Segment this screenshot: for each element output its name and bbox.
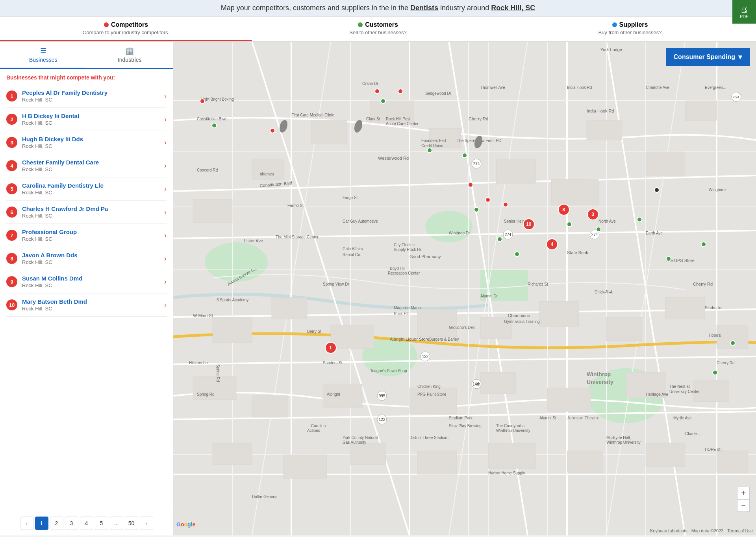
list-item[interactable]: 2 H B Dickey Iii Dental Rock Hill, SC › xyxy=(6,108,167,131)
category-customers[interactable]: Customers Sell to other businesses? xyxy=(252,17,504,41)
svg-text:Winthrop University: Winthrop University xyxy=(496,428,530,433)
map-marker-green[interactable] xyxy=(462,153,467,158)
page-1-button[interactable]: 1 xyxy=(35,517,48,530)
map-marker-green[interactable] xyxy=(427,148,432,153)
svg-rect-56 xyxy=(410,388,457,413)
map-marker-green[interactable] xyxy=(474,207,479,212)
industry-link[interactable]: Dentists xyxy=(410,4,438,12)
zoom-controls: + − xyxy=(737,487,750,512)
map-marker-green[interactable] xyxy=(701,242,706,247)
list-item[interactable]: 9 Susan M Collins Dmd Rock Hill, SC › xyxy=(6,270,167,293)
chevron-right-icon: › xyxy=(164,301,167,309)
location-link[interactable]: Rock Hill, SC xyxy=(491,4,535,12)
svg-text:Rental Co.: Rental Co. xyxy=(343,253,361,257)
svg-text:Winthrop Dr: Winthrop Dr xyxy=(449,231,470,235)
svg-text:Slow Play Brewing: Slow Play Brewing xyxy=(449,424,482,428)
map-marker-green[interactable] xyxy=(380,98,386,104)
map-marker-cluster-3[interactable]: 3 xyxy=(587,209,599,220)
map-marker-red[interactable] xyxy=(468,182,473,188)
chevron-right-icon: › xyxy=(164,92,167,100)
business-number: 7 xyxy=(6,230,17,241)
svg-text:York County Natural: York County Natural xyxy=(343,436,378,440)
map-marker-green[interactable] xyxy=(730,340,736,346)
list-item[interactable]: 4 Chester Family Dental Care Rock Hill, … xyxy=(6,154,167,177)
svg-text:Recreation Center: Recreation Center xyxy=(388,271,420,275)
list-item[interactable]: 5 Carolina Family Dentistry Llc Rock Hil… xyxy=(6,177,167,201)
svg-text:University: University xyxy=(587,379,613,385)
page-3-button[interactable]: 3 xyxy=(65,517,78,530)
svg-text:Starbucks: Starbucks xyxy=(705,306,722,310)
svg-rect-46 xyxy=(331,325,374,349)
category-suppliers[interactable]: Suppliers Buy from other businesses? xyxy=(504,17,756,41)
next-page-button[interactable]: › xyxy=(140,517,153,530)
list-item[interactable]: 3 Hugh B Dickey Iii Dds Rock Hill, SC › xyxy=(6,131,167,154)
map-marker-green[interactable] xyxy=(567,221,572,227)
zoom-out-button[interactable]: − xyxy=(737,499,750,512)
last-page-button[interactable]: 50 xyxy=(125,517,138,530)
list-item[interactable]: 1 Peeples Al Dr Family Dentistry Rock Hi… xyxy=(6,85,167,108)
tab-industries[interactable]: 🏢 Industries xyxy=(87,42,173,69)
map-marker-red[interactable] xyxy=(270,128,275,133)
svg-rect-61 xyxy=(213,443,252,465)
consumer-spending-button[interactable]: Consumer Spending ▾ xyxy=(666,48,750,66)
business-name: Mary Batson Beth Dmd xyxy=(22,298,161,305)
list-item[interactable]: 8 Javon A Brown Dds Rock Hill, SC › xyxy=(6,247,167,270)
business-info: Chester Family Dental Care Rock Hill, SC xyxy=(22,159,161,172)
category-competitors[interactable]: Competitors Compare to your industry com… xyxy=(0,17,252,41)
map-marker-green[interactable] xyxy=(712,370,718,375)
map-marker-cluster-4[interactable]: 4 xyxy=(546,238,558,250)
svg-text:Car Guy Automotive: Car Guy Automotive xyxy=(343,219,378,223)
terms-link[interactable]: Terms of Use xyxy=(727,528,753,533)
page-4-button[interactable]: 4 xyxy=(80,517,93,530)
svg-text:Orson Dr: Orson Dr xyxy=(362,81,378,86)
map-marker-green[interactable] xyxy=(596,227,601,232)
svg-text:Myrtle Ave: Myrtle Ave xyxy=(673,416,692,420)
map-marker-red[interactable] xyxy=(374,89,380,94)
map-marker-green[interactable] xyxy=(497,236,502,242)
svg-text:Groucho's Deli: Groucho's Deli xyxy=(449,325,474,330)
map-marker-cluster-1[interactable]: 1 xyxy=(325,342,337,354)
map-marker-cluster-10[interactable]: 10 xyxy=(523,218,535,230)
svg-rect-47 xyxy=(417,309,457,337)
map-marker-red[interactable] xyxy=(398,89,403,94)
list-item[interactable]: 6 Charles H Crawford Jr Dmd Pa Rock Hill… xyxy=(6,201,167,224)
svg-text:Burgers & Barley: Burgers & Barley xyxy=(429,337,459,341)
pdf-button[interactable]: 🖨 PDF xyxy=(732,0,756,24)
tab-businesses[interactable]: ☰ Businesses xyxy=(0,42,87,69)
zoom-in-button[interactable]: + xyxy=(737,487,750,499)
page-5-button[interactable]: 5 xyxy=(95,517,108,530)
keyboard-shortcuts-link[interactable]: Keyboard shortcuts xyxy=(650,528,687,533)
map-marker-green[interactable] xyxy=(637,217,642,222)
title-prefix: Map your competitors, customers and supp… xyxy=(221,4,410,12)
tab-businesses-label: Businesses xyxy=(29,57,57,63)
page-2-button[interactable]: 2 xyxy=(50,517,63,530)
svg-text:Richards St: Richards St xyxy=(528,282,548,286)
map-marker-red[interactable] xyxy=(485,197,491,203)
map-marker-green[interactable] xyxy=(666,256,671,262)
business-number: 8 xyxy=(6,253,17,264)
list-item[interactable]: 10 Mary Batson Beth Dmd Rock Hill, SC › xyxy=(6,293,167,317)
tab-bar: ☰ Businesses 🏢 Industries xyxy=(0,42,173,69)
dot-competitors xyxy=(104,22,109,27)
business-name: Charles H Crawford Jr Dmd Pa xyxy=(22,205,161,212)
list-item[interactable]: 7 Professional Group Rock Hill, SC › xyxy=(6,224,167,247)
main-layout: ☰ Businesses 🏢 Industries Businesses tha… xyxy=(0,42,756,535)
svg-text:Stadium Park: Stadium Park xyxy=(449,416,473,420)
map-marker-red[interactable] xyxy=(200,98,205,104)
map-container[interactable]: Constitution Blvd Westerwood Rd Cherry R… xyxy=(173,42,756,535)
prev-page-button[interactable]: ‹ xyxy=(20,517,33,530)
business-location: Rock Hill, SC xyxy=(22,97,161,103)
svg-point-177 xyxy=(476,138,481,142)
chevron-right-icon: › xyxy=(164,185,167,193)
business-info: Susan M Collins Dmd Rock Hill, SC xyxy=(22,275,161,288)
map-marker-cluster-8[interactable]: 8 xyxy=(558,204,570,216)
svg-text:Thornwell Ave: Thornwell Ave xyxy=(480,85,505,90)
map-marker-black[interactable] xyxy=(654,187,660,193)
map-marker-red[interactable] xyxy=(503,202,508,207)
svg-text:McBryde Hall,: McBryde Hall, xyxy=(606,436,631,440)
map-marker-green[interactable] xyxy=(211,123,217,128)
map-marker-green[interactable] xyxy=(514,251,520,257)
svg-text:HOPE of...: HOPE of... xyxy=(705,447,724,452)
svg-text:274: 274 xyxy=(473,162,480,166)
category-bar: Competitors Compare to your industry com… xyxy=(0,17,756,42)
